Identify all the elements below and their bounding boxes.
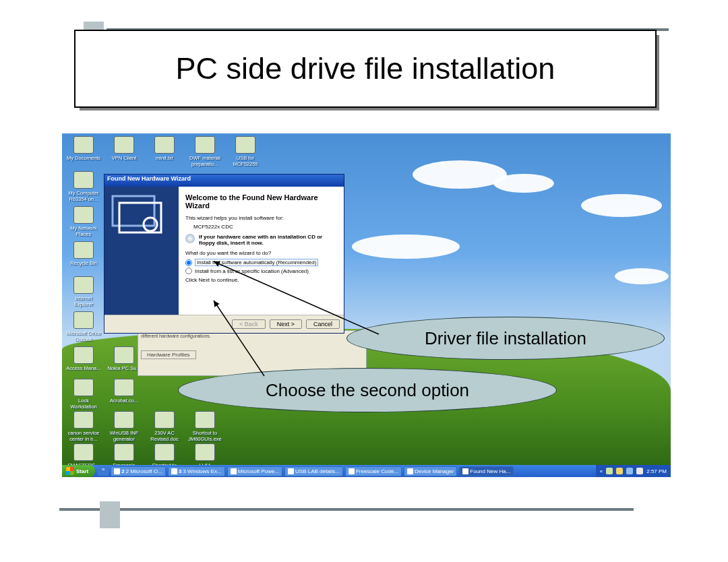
taskbar-button-label: Device Manager — [415, 468, 454, 474]
desktop-icon[interactable]: WinUSB INF generator — [107, 411, 142, 442]
decor-bottom-line — [59, 508, 634, 511]
desktop-icon[interactable]: minit.txt — [147, 136, 182, 161]
file-icon — [114, 411, 134, 429]
cd-icon — [185, 234, 195, 243]
wizard-titlebar[interactable]: Found New Hardware Wizard — [104, 175, 344, 187]
desktop-icon-label: My Documents — [66, 155, 101, 161]
slide: PC side drive file installation My Docum… — [0, 0, 728, 549]
desktop-icon[interactable]: Internet Explorer — [66, 276, 101, 307]
radio-list[interactable] — [185, 268, 192, 274]
desktop-icon-label: My Computer R63354 on... — [66, 190, 101, 202]
wizard-cd-hint: If your hardware came with an installati… — [199, 234, 337, 246]
desktop-icon-label: Microsoft Office Outlook — [66, 330, 101, 342]
desktop-icon[interactable]: My Computer R63354 on... — [66, 171, 101, 202]
file-icon — [195, 443, 215, 461]
desktop-icon-label: My Network Places — [66, 225, 101, 237]
desktop-icon[interactable]: USB for MCF52259 — [228, 136, 263, 167]
desktop-icon[interactable]: Microsoft Office Outlook — [66, 311, 101, 342]
desktop-icon-label: VPN Client — [107, 155, 142, 161]
taskbar-button[interactable]: Freescale Code... — [345, 466, 402, 476]
system-tray: « 2:57 PM — [596, 465, 671, 477]
wizard-device: MCF5222x CDC — [193, 224, 337, 230]
tray-collapse-icon[interactable]: « — [600, 468, 603, 474]
tray-icon[interactable] — [626, 468, 633, 474]
taskbar-button[interactable]: Device Manager — [404, 466, 457, 476]
file-icon — [73, 379, 94, 396]
desktop-icon[interactable]: VPN Client — [107, 136, 142, 161]
file-icon — [154, 443, 175, 461]
wizard-intro: This wizard helps you install software f… — [185, 215, 337, 221]
taskbar-button[interactable]: 22 Microsoft O... — [111, 466, 166, 476]
desktop-icon[interactable]: Acrobat.co... — [107, 379, 142, 404]
file-icon — [73, 171, 94, 189]
taskbar-chevron-icon[interactable]: » — [98, 466, 109, 476]
desktop-icon-label: Lock Workstation — [66, 398, 101, 410]
desktop-icon-label: Acrobat.co... — [107, 398, 142, 404]
desktop-icon-label: Access Mana... — [66, 365, 101, 371]
file-icon — [154, 411, 175, 429]
app-icon — [231, 468, 237, 474]
file-icon — [154, 136, 175, 154]
found-new-hardware-wizard: Found New Hardware Wizard Welcome to the… — [104, 174, 344, 334]
tray-icon[interactable] — [606, 468, 613, 474]
cancel-button[interactable]: Cancel — [306, 319, 340, 329]
desktop-icon-label: DWF material preparatio... — [187, 155, 222, 167]
start-button[interactable]: Start — [62, 465, 95, 477]
wizard-side-graphic — [104, 187, 179, 315]
desktop-icon[interactable]: My Network Places — [66, 206, 101, 237]
start-label: Start — [76, 468, 88, 474]
desktop-icon[interactable]: Lock Workstation — [66, 379, 101, 410]
desktop-icon[interactable]: Recycle Bin — [66, 241, 101, 266]
tray-icon[interactable] — [636, 468, 643, 474]
wizard-main: Welcome to the Found New Hardware Wizard… — [179, 187, 344, 315]
desktop-icon-label: canon service center in b... — [66, 430, 101, 442]
cloud-icon — [615, 268, 669, 284]
cloud-icon — [352, 235, 460, 259]
taskbar-button-label: USB LAB details... — [295, 468, 340, 474]
taskbar-badge: 2 — [121, 468, 124, 474]
file-icon — [195, 411, 215, 429]
wizard-question: What do you want the wizard to do? — [185, 250, 337, 256]
file-icon — [114, 379, 134, 396]
cloud-icon — [493, 174, 554, 193]
taskbar-button[interactable]: 33 Windows Ex... — [168, 466, 225, 476]
taskbar-button[interactable]: Microsoft Powe... — [227, 466, 282, 476]
back-button: < Back — [232, 319, 266, 329]
wizard-graphic-icon — [110, 192, 171, 239]
desktop-icon[interactable]: 230V AC Revised.doc — [147, 411, 182, 442]
hardware-profiles-button[interactable]: Hardware Profiles — [141, 350, 196, 359]
slide-title: PC side drive file installation — [176, 51, 555, 86]
file-icon — [73, 443, 94, 461]
taskbar-button-label: Freescale Code... — [356, 468, 398, 474]
next-button[interactable]: Next > — [270, 319, 302, 329]
app-icon — [288, 468, 294, 474]
wizard-button-row: < Back Next > Cancel — [104, 315, 344, 333]
file-icon — [73, 276, 94, 294]
desktop-icon-label: Nokia PC Su... — [107, 365, 142, 371]
tray-icon[interactable] — [616, 468, 623, 474]
app-icon — [348, 468, 355, 474]
desktop-icon-label: WinUSB INF generator — [107, 430, 142, 442]
taskbar-button[interactable]: Found New Ha... — [459, 466, 514, 476]
desktop-icon[interactable]: Nokia PC Su... — [107, 346, 142, 371]
cloud-icon — [581, 194, 662, 217]
desktop-icon[interactable]: canon service center in b... — [66, 411, 101, 442]
taskbar-button[interactable]: USB LAB details... — [284, 466, 343, 476]
radio-auto-label: Install the software automatically (Reco… — [195, 259, 318, 266]
desktop-icon[interactable]: Shortcut to JM60GUIs.exe — [187, 411, 222, 442]
wizard-continue: Click Next to continue. — [185, 277, 337, 283]
file-icon — [73, 346, 94, 364]
desktop-icon[interactable]: Access Mana... — [66, 346, 101, 371]
radio-auto[interactable] — [185, 259, 192, 266]
decor-bottom-short — [100, 501, 120, 528]
radio-list-label: Install from a list or specific location… — [195, 268, 309, 274]
screenshot: My DocumentsVPN Clientminit.txtDWF mater… — [62, 133, 671, 477]
file-icon — [114, 346, 134, 364]
file-icon — [195, 136, 215, 154]
taskbar-button-label: 3 Windows Ex... — [183, 468, 221, 474]
desktop-icon[interactable]: DWF material preparatio... — [187, 136, 222, 167]
desktop-icon[interactable]: My Documents — [66, 136, 101, 161]
taskbar-button-label: Microsoft Powe... — [238, 468, 279, 474]
file-icon — [73, 411, 94, 429]
taskbar-badge: 3 — [179, 468, 181, 474]
